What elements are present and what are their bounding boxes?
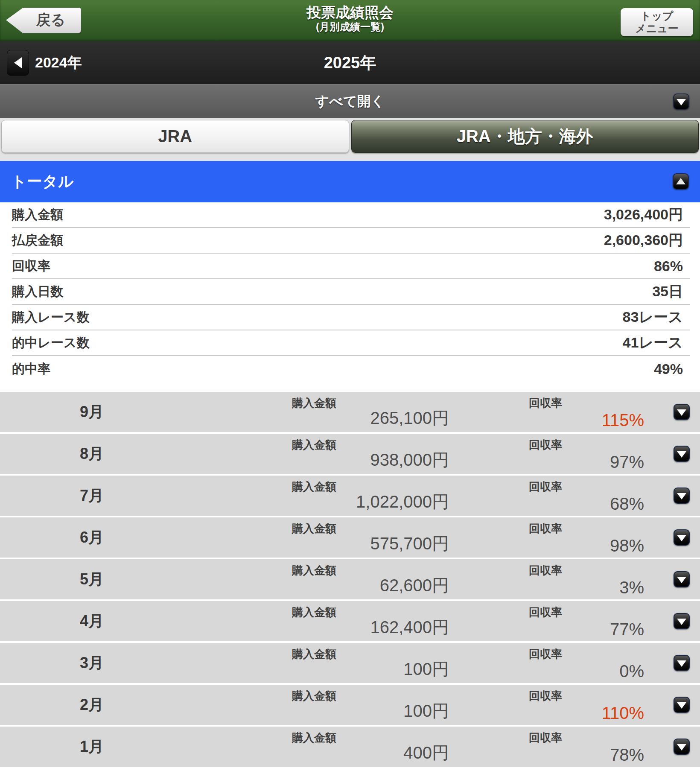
- tab-jra[interactable]: JRA: [1, 120, 349, 153]
- month-row[interactable]: 6月 購入金額 575,700円 回収率 98%: [0, 517, 700, 558]
- month-expand-button[interactable]: [674, 655, 690, 671]
- recovery-rate-label: 回収率: [529, 396, 562, 411]
- page-title-block: 投票成績照会 (月別成績一覧): [128, 4, 572, 32]
- stat-value: 49%: [654, 361, 690, 377]
- tab-jra-local-overseas[interactable]: JRA・地方・海外: [351, 120, 699, 153]
- recovery-rate-label: 回収率: [529, 563, 562, 578]
- recovery-rate-block: 回収率 97%: [529, 434, 644, 474]
- month-row[interactable]: 5月 購入金額 62,600円 回収率 3%: [0, 559, 700, 599]
- month-label: 2月: [0, 685, 184, 725]
- month-row[interactable]: 2月 購入金額 100円 回収率 110%: [0, 685, 700, 725]
- stat-value: 2,600,360円: [604, 231, 690, 250]
- page-title: 投票成績照会: [128, 4, 572, 21]
- purchase-amount-value: 400円: [403, 741, 449, 765]
- stat-row: 購入金額 3,026,400円: [12, 202, 690, 228]
- stat-label: 購入金額: [12, 206, 63, 224]
- recovery-rate-value: 0%: [619, 662, 644, 681]
- stat-label: 購入日数: [12, 283, 63, 301]
- year-nav-bar: 2024年 2025年: [0, 41, 700, 84]
- down-triangle-icon: [677, 619, 686, 625]
- recovery-rate-value: 78%: [610, 745, 644, 765]
- recovery-rate-block: 回収率 98%: [529, 517, 644, 558]
- month-expand-button[interactable]: [674, 404, 690, 420]
- month-row[interactable]: 1月 購入金額 400円 回収率 78%: [0, 727, 700, 767]
- purchase-amount-block: 購入金額 575,700円: [292, 517, 449, 558]
- tab-label: JRA: [158, 127, 192, 146]
- app-header: 戻る 投票成績照会 (月別成績一覧) トップ メニュー: [0, 0, 700, 41]
- purchase-amount-block: 購入金額 162,400円: [292, 601, 449, 641]
- stat-row: 購入日数 35日: [12, 279, 690, 305]
- tabs-gap: [0, 153, 700, 161]
- prev-year-label: 2024年: [35, 53, 82, 73]
- purchase-amount-block: 購入金額 1,022,000円: [292, 476, 449, 516]
- purchase-amount-label: 購入金額: [292, 438, 336, 453]
- recovery-rate-label: 回収率: [529, 521, 562, 536]
- stat-label: 購入レース数: [12, 309, 89, 326]
- month-row[interactable]: 4月 購入金額 162,400円 回収率 77%: [0, 601, 700, 641]
- open-all-expand-button[interactable]: [673, 93, 689, 110]
- back-button-label: 戻る: [36, 10, 66, 30]
- down-triangle-icon: [677, 702, 686, 709]
- top-menu-button[interactable]: トップ メニュー: [621, 8, 693, 36]
- month-expand-button[interactable]: [674, 697, 690, 713]
- total-title: トータル: [11, 171, 74, 192]
- recovery-rate-value: 97%: [610, 453, 644, 472]
- recovery-rate-block: 回収率 77%: [529, 601, 644, 641]
- recovery-rate-value: 3%: [619, 578, 644, 597]
- month-row[interactable]: 3月 購入金額 100円 回収率 0%: [0, 643, 700, 683]
- down-triangle-icon: [677, 660, 686, 667]
- total-collapse-button[interactable]: [673, 173, 689, 190]
- recovery-rate-value: 68%: [610, 494, 644, 514]
- recovery-rate-block: 回収率 0%: [529, 643, 644, 683]
- purchase-amount-value: 62,600円: [380, 574, 449, 597]
- down-triangle-icon: [677, 493, 686, 499]
- down-triangle-icon: [677, 535, 686, 541]
- recovery-rate-label: 回収率: [529, 479, 562, 494]
- stat-value: 83レース: [623, 307, 690, 327]
- back-button[interactable]: 戻る: [6, 7, 81, 33]
- purchase-amount-label: 購入金額: [292, 647, 336, 662]
- month-label: 4月: [0, 601, 184, 641]
- stat-value: 86%: [654, 258, 690, 274]
- recovery-rate-label: 回収率: [529, 438, 562, 453]
- purchase-amount-label: 購入金額: [292, 563, 336, 578]
- total-accordion-header[interactable]: トータル: [0, 161, 700, 202]
- purchase-amount-value: 162,400円: [370, 616, 449, 639]
- recovery-rate-label: 回収率: [529, 730, 562, 745]
- month-expand-button[interactable]: [674, 446, 690, 462]
- purchase-amount-value: 100円: [403, 657, 449, 681]
- month-label: 1月: [0, 727, 184, 767]
- monthly-results-list: 9月 購入金額 265,100円 回収率 115% 8月 購入金額 938,00…: [0, 392, 700, 767]
- purchase-amount-value: 265,100円: [370, 406, 449, 430]
- month-row[interactable]: 8月 購入金額 938,000円 回収率 97%: [0, 434, 700, 474]
- stat-label: 払戻金額: [12, 232, 63, 249]
- month-expand-button[interactable]: [674, 571, 690, 587]
- top-menu-label-line1: トップ: [641, 10, 674, 22]
- recovery-rate-block: 回収率 110%: [529, 685, 644, 725]
- stat-value: 3,026,400円: [604, 205, 690, 225]
- purchase-amount-block: 購入金額 100円: [292, 685, 449, 725]
- purchase-amount-value: 100円: [403, 699, 449, 723]
- month-expand-button[interactable]: [674, 739, 690, 755]
- open-all-bar[interactable]: すべて開く: [0, 84, 700, 118]
- stat-label: 回収率: [12, 257, 50, 275]
- month-expand-button[interactable]: [674, 529, 690, 546]
- month-label: 3月: [0, 643, 184, 683]
- stat-value: 35日: [652, 282, 690, 301]
- recovery-rate-label: 回収率: [529, 605, 562, 620]
- month-row[interactable]: 7月 購入金額 1,022,000円 回収率 68%: [0, 476, 700, 516]
- recovery-rate-block: 回収率 115%: [529, 392, 644, 432]
- recovery-rate-label: 回収率: [529, 647, 562, 662]
- open-all-label: すべて開く: [315, 92, 385, 111]
- prev-year-button[interactable]: [7, 50, 29, 76]
- month-label: 5月: [0, 559, 184, 599]
- month-row[interactable]: 9月 購入金額 265,100円 回収率 115%: [0, 392, 700, 432]
- recovery-rate-block: 回収率 3%: [529, 559, 644, 599]
- stat-value: 41レース: [623, 333, 690, 353]
- month-expand-button[interactable]: [674, 488, 690, 504]
- month-label: 9月: [0, 392, 184, 432]
- down-triangle-icon: [677, 99, 686, 105]
- month-expand-button[interactable]: [674, 613, 690, 629]
- down-triangle-icon: [677, 451, 686, 458]
- month-label: 7月: [0, 476, 184, 516]
